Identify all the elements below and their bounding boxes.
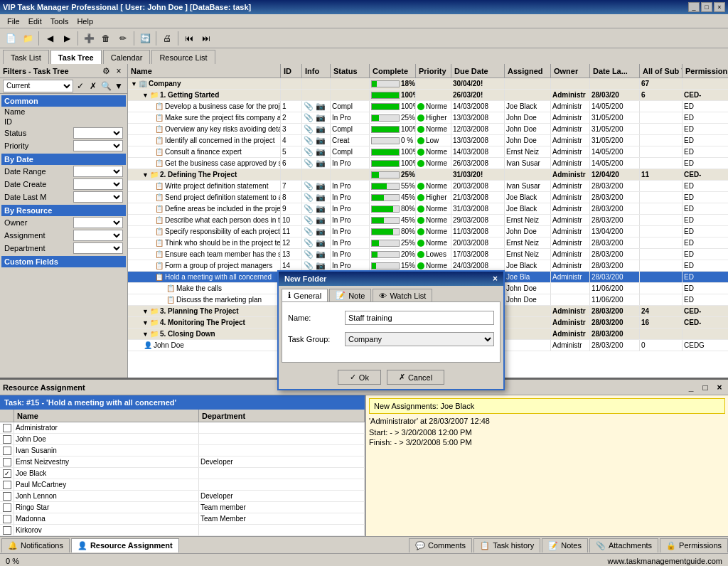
tab-tasktree[interactable]: Task Tree <box>50 50 102 64</box>
task-row[interactable]: 📋 Write project definition statement 7 📎… <box>128 181 728 192</box>
modal-ok-button[interactable]: ✓ Ok <box>338 370 381 385</box>
col-header-duedate[interactable]: Due Date <box>451 64 505 78</box>
filter-button[interactable]: ⏮ <box>181 31 197 46</box>
modal-name-input[interactable] <box>345 311 494 325</box>
tab-notes[interactable]: 📝 Notes <box>542 538 588 552</box>
resource-row[interactable]: Ernst Neizvestny Developer <box>0 456 365 468</box>
menu-edit[interactable]: Edit <box>24 16 46 27</box>
tab-taskhistory[interactable]: 📋 Task history <box>473 538 540 552</box>
forward-button[interactable]: ▶ <box>59 31 75 46</box>
task-row[interactable]: 📋 Consult a finance expert 5 📎 📷 Compl 1… <box>128 146 728 158</box>
close-button[interactable]: × <box>714 2 725 12</box>
res-col-name[interactable]: Name <box>14 410 199 422</box>
filter-header-custom[interactable]: Custom Fields <box>1 256 126 267</box>
resource-checkbox[interactable] <box>3 458 11 466</box>
resource-panel-restore[interactable]: □ <box>700 382 711 393</box>
res-cell-check[interactable] <box>0 479 14 490</box>
col-header-complete[interactable]: Complete <box>370 64 416 78</box>
filter-owner-select[interactable] <box>73 217 123 228</box>
filter-priority-select[interactable] <box>73 140 123 151</box>
task-row[interactable]: 📋 Ensure each team member has the skills… <box>128 249 728 260</box>
task-row[interactable]: ▼ 📁 1. Getting Started 100% 26/03/20! Ad… <box>128 90 728 101</box>
task-row[interactable]: 📋 Send project definition statement to a… <box>128 192 728 203</box>
open-button[interactable]: 📁 <box>20 31 36 46</box>
new-button[interactable]: 📄 <box>3 31 18 46</box>
modal-close-button[interactable]: × <box>493 274 498 284</box>
resource-row[interactable]: John Doe <box>0 434 365 445</box>
task-row[interactable]: 📋 Develop a business case for the projec… <box>128 101 728 112</box>
menu-tools[interactable]: Tools <box>46 16 73 27</box>
resource-row[interactable]: Jonh Lennon Developer <box>0 491 365 502</box>
res-cell-check[interactable] <box>0 513 14 524</box>
resource-panel-close[interactable]: × <box>714 382 725 393</box>
col-header-owner[interactable]: Owner <box>551 64 590 78</box>
tab-resource-assignment[interactable]: 👤 Resource Assignment <box>71 538 179 552</box>
resource-checkbox[interactable] <box>3 515 11 523</box>
res-cell-check[interactable] <box>0 434 14 444</box>
resource-checkbox[interactable] <box>3 435 11 444</box>
resource-checkbox[interactable] <box>3 503 11 512</box>
res-cell-check[interactable]: ✓ <box>0 468 14 479</box>
resource-checkbox[interactable] <box>3 481 11 489</box>
tab-notifications[interactable]: 🔔 Notifications <box>1 538 70 552</box>
task-row[interactable]: 📋 Get the business case approved by seni… <box>128 158 728 169</box>
filter-search-button[interactable]: 🔍 <box>100 80 112 92</box>
col-header-assigned[interactable]: Assigned <box>505 64 551 78</box>
task-row[interactable]: 📋 Make sure the project fits company age… <box>128 112 728 124</box>
minimize-button[interactable]: _ <box>688 2 700 12</box>
col-header-info[interactable]: Info <box>302 64 331 78</box>
filter-next[interactable]: ⏭ <box>198 31 214 46</box>
filter-close-button[interactable]: × <box>113 65 124 77</box>
modal-tab-general[interactable]: ℹ General <box>282 289 328 301</box>
back-button[interactable]: ◀ <box>42 31 58 46</box>
tab-attachments[interactable]: 📎 Attachments <box>589 538 658 552</box>
filter-datecreate-select[interactable] <box>73 178 123 190</box>
title-bar-controls[interactable]: _ □ × <box>688 2 725 12</box>
task-row[interactable]: 📋 Define areas be included in the projec… <box>128 203 728 215</box>
modal-tab-note[interactable]: 📝 Note <box>329 289 371 301</box>
resource-row[interactable]: Kirkorov <box>0 525 365 536</box>
filter-assignment-select[interactable] <box>73 230 123 241</box>
res-cell-check[interactable] <box>0 422 14 433</box>
col-header-datela[interactable]: Date La... <box>590 64 640 78</box>
resource-row[interactable]: Administrator <box>0 422 365 434</box>
filter-daterange-select[interactable] <box>73 166 123 177</box>
modal-taskgroup-select[interactable]: Company <box>345 332 494 346</box>
menu-file[interactable]: File <box>3 16 24 27</box>
res-cell-check[interactable] <box>0 445 14 456</box>
task-row[interactable]: 📋 Describe what each person does in the … <box>128 215 728 226</box>
filter-clear-button[interactable]: ✗ <box>87 80 99 92</box>
resource-checkbox[interactable]: ✓ <box>3 469 11 478</box>
col-header-status[interactable]: Status <box>331 64 370 78</box>
menu-help[interactable]: Help <box>73 16 97 27</box>
col-header-name[interactable]: Name <box>128 64 281 78</box>
filter-header-byresource[interactable]: By Resource <box>1 205 126 216</box>
task-row[interactable]: 📋 Overview any key risks avoiding detail… <box>128 124 728 135</box>
current-filter-select[interactable]: Current <box>3 80 73 92</box>
tab-calendar[interactable]: Calendar <box>103 50 151 64</box>
task-row[interactable]: 📋 Specify responsibility of each project… <box>128 226 728 237</box>
resource-checkbox[interactable] <box>3 424 11 432</box>
resource-row[interactable]: Madonna Team Member <box>0 513 365 525</box>
filter-status-select[interactable] <box>73 127 123 139</box>
filter-department-select[interactable] <box>73 242 123 254</box>
filter-expand-button[interactable]: ▼ <box>113 80 124 92</box>
modal-tab-watchlist[interactable]: 👁 Watch List <box>373 289 432 301</box>
filter-header-common[interactable]: Common <box>1 95 126 107</box>
task-row[interactable]: 📋 Think who should be in the project tea… <box>128 237 728 249</box>
maximize-button[interactable]: □ <box>701 2 712 12</box>
tab-comments[interactable]: 💬 Comments <box>409 538 472 552</box>
task-row[interactable]: ▼ 🏢 Company 18% 30/04/20! 67 <box>128 78 728 90</box>
print-button[interactable]: 🖨 <box>159 31 175 46</box>
col-header-allsub[interactable]: All of Sub Tasks <box>640 64 682 78</box>
res-cell-check[interactable] <box>0 525 14 535</box>
res-cell-check[interactable] <box>0 456 14 467</box>
tab-tasklist[interactable]: Task List <box>3 50 49 64</box>
resource-panel-minimize[interactable]: _ <box>685 382 697 393</box>
resource-row[interactable]: Ringo Star Team member <box>0 502 365 513</box>
delete-button[interactable]: 🗑 <box>98 31 114 46</box>
refresh-button[interactable]: 🔄 <box>137 31 153 46</box>
filter-datelast-select[interactable] <box>73 191 123 203</box>
filter-apply-button[interactable]: ✓ <box>75 80 86 92</box>
modal-cancel-button[interactable]: ✗ Cancel <box>387 370 444 385</box>
